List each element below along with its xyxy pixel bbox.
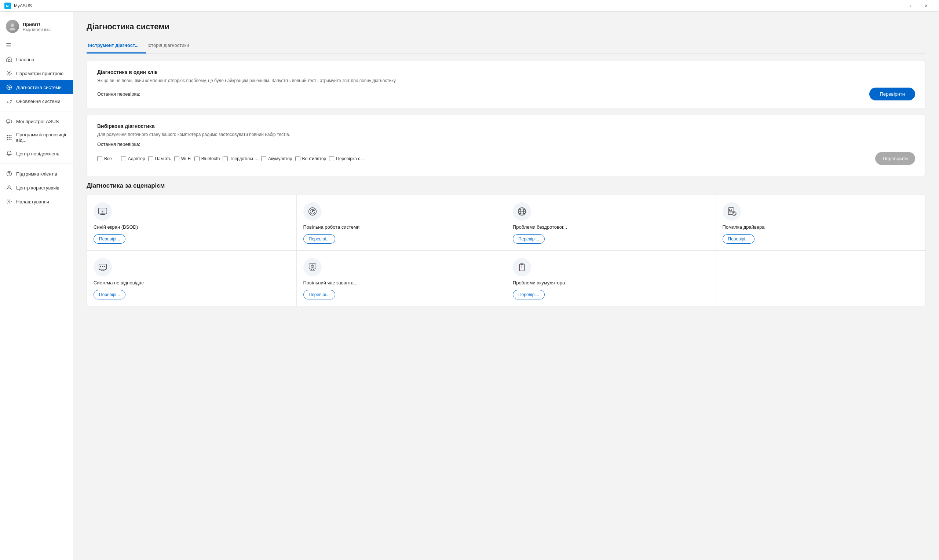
scenario-btn-battery-issue[interactable]: Перевірі... (513, 290, 545, 299)
sidebar-item-settings[interactable]: Налаштування (0, 195, 73, 209)
svg-point-20 (9, 175, 9, 175)
scenario-card-bsod[interactable]: :( Синій екран (BSOD) Перевірі... (87, 195, 297, 251)
sidebar-item-device-settings[interactable]: Параметри пристрою (0, 66, 73, 80)
support-icon (6, 171, 12, 177)
scenario-name-battery-issue: Проблеми акумулятора (513, 280, 709, 286)
checkbox-adapter-input[interactable] (121, 156, 126, 161)
svg-text:M: M (6, 5, 9, 8)
selective-desc: Для розуміння поточного стану вашого ком… (97, 131, 915, 138)
checkbox-all-label: Все (104, 156, 112, 161)
home-icon (6, 56, 12, 63)
not-respond-icon (94, 258, 112, 276)
sidebar-item-user-center[interactable]: Центр користувачів (0, 181, 73, 195)
maximize-button[interactable]: □ (901, 0, 918, 12)
close-button[interactable]: ✕ (918, 0, 934, 12)
hamburger-icon[interactable]: ☰ (0, 40, 73, 52)
checkbox-battery[interactable]: Акумулятор (261, 156, 295, 161)
scenario-card-wireless[interactable]: Проблеми бездротовог... Перевірі... (506, 195, 716, 251)
scenario-card-slow-boot[interactable]: Повільний час заванта... Перевірі... (297, 251, 507, 306)
sidebar-label-settings: Налаштування (16, 199, 49, 205)
devices-icon (6, 118, 12, 125)
checkbox-ssd[interactable]: Твердотільн... (223, 156, 261, 161)
checkbox-check-label: Перевірка с... (336, 156, 364, 161)
settings-icon (6, 70, 12, 77)
checkbox-wifi[interactable]: Wi-Fi (174, 156, 194, 161)
bsod-icon: :( (94, 202, 112, 221)
checkbox-battery-input[interactable] (261, 156, 266, 161)
sidebar-item-notifications[interactable]: Центр повідомлень (0, 146, 73, 160)
sidebar-item-updates[interactable]: Оновлення системи (0, 94, 73, 108)
svg-point-46 (102, 266, 103, 267)
checkbox-memory-input[interactable] (148, 156, 153, 161)
checkbox-wifi-input[interactable] (174, 156, 179, 161)
scenario-btn-not-respond[interactable]: Перевірі... (94, 290, 125, 299)
selective-last-check: Остання перевірка: (97, 142, 915, 147)
svg-point-11 (9, 135, 10, 136)
checkbox-memory[interactable]: Пам'ять (148, 156, 174, 161)
slow-boot-icon (303, 258, 322, 276)
sidebar-label-updates: Оновлення системи (16, 98, 60, 104)
svg-point-16 (7, 139, 8, 140)
svg-point-47 (104, 266, 105, 267)
svg-point-12 (11, 135, 12, 136)
sidebar-item-home[interactable]: Головна (0, 52, 73, 66)
scenario-btn-slow-boot[interactable]: Перевірі... (303, 290, 335, 299)
svg-point-18 (11, 139, 12, 140)
scenario-btn-driver-error[interactable]: Перевірі... (723, 234, 754, 244)
scenario-btn-slow-system[interactable]: Перевірі... (303, 234, 335, 244)
sidebar-user: Привіт! Раді вітати вас! (0, 16, 73, 40)
selective-check-button[interactable]: Перевірити (875, 152, 915, 165)
scenario-card-not-respond[interactable]: Система не відповідає Перевірі... (87, 251, 297, 306)
tab-history[interactable]: Історія діагностики (146, 39, 196, 54)
minimize-button[interactable]: ─ (884, 0, 901, 12)
checkbox-all-input[interactable] (97, 156, 102, 161)
checkbox-bluetooth-input[interactable] (194, 156, 199, 161)
sidebar-nav: Головна Параметри пристрою Діагностика с… (0, 52, 73, 209)
sidebar-item-diagnostics[interactable]: Діагностика системи (0, 80, 73, 94)
one-click-check-button[interactable]: Перевірити (869, 88, 915, 100)
checkbox-ssd-input[interactable] (223, 156, 228, 161)
user-info: Привіт! Раді вітати вас! (23, 22, 52, 32)
scenario-card-slow-system[interactable]: Повільна робота системи Перевірі... (297, 195, 507, 251)
sidebar-divider (0, 111, 73, 111)
svg-point-10 (7, 135, 8, 136)
checkbox-all[interactable]: Все (97, 156, 115, 161)
checkbox-divider (118, 156, 118, 162)
checkbox-fan[interactable]: Вентилятор (295, 156, 329, 161)
selective-card: Вибіркова діагностика Для розуміння пото… (86, 115, 926, 176)
checkbox-bluetooth[interactable]: Bluetooth (194, 156, 223, 161)
one-click-card: Діагностика в один клік Якщо ви не певні… (86, 61, 926, 109)
sidebar-item-support[interactable]: Підтримка клієнтів (0, 167, 73, 181)
scenario-card-driver-error[interactable]: Помилка драйвера Перевірі... (716, 195, 926, 251)
one-click-title: Діагностика в один клік (97, 69, 915, 75)
checkbox-battery-label: Акумулятор (268, 156, 292, 161)
tab-tool[interactable]: Інструмент діагност... (86, 39, 146, 54)
svg-point-14 (9, 137, 10, 138)
scenario-grid: :( Синій екран (BSOD) Перевірі... (86, 195, 926, 306)
scenario-card-battery-issue[interactable]: Проблеми акумулятора Перевірі... (506, 251, 716, 306)
scenario-btn-wireless[interactable]: Перевірі... (513, 234, 545, 244)
sidebar-label-user-center: Центр користувачів (16, 185, 59, 191)
sidebar-item-my-asus[interactable]: Мої пристрої ASUS (0, 114, 73, 128)
svg-rect-7 (6, 120, 10, 122)
svg-rect-4 (8, 60, 10, 62)
svg-point-17 (9, 139, 10, 140)
svg-point-3 (9, 28, 15, 31)
checkbox-check-input[interactable] (329, 156, 334, 161)
app-logo: M (5, 3, 11, 9)
titlebar: M MyASUS ─ □ ✕ (0, 0, 939, 12)
sidebar-item-programs[interactable]: Програми й пропозиції від... (0, 128, 73, 146)
user-icon (6, 185, 12, 191)
checkbox-fan-label: Вентилятор (302, 156, 327, 161)
one-click-row: Остання перевірка: Перевірити (97, 88, 915, 100)
diagnostics-icon (6, 84, 12, 91)
checkbox-adapter[interactable]: Адаптер (121, 156, 148, 161)
checkbox-adapter-label: Адаптер (128, 156, 145, 161)
user-sub: Раді вітати вас! (23, 27, 52, 32)
sidebar-label-notifications: Центр повідомлень (16, 151, 59, 157)
scenario-btn-bsod[interactable]: Перевірі... (94, 234, 125, 244)
checkbox-fan-input[interactable] (295, 156, 301, 161)
checkbox-check[interactable]: Перевірка с... (329, 156, 367, 161)
bell-icon (6, 150, 12, 157)
sidebar-divider-2 (0, 163, 73, 164)
